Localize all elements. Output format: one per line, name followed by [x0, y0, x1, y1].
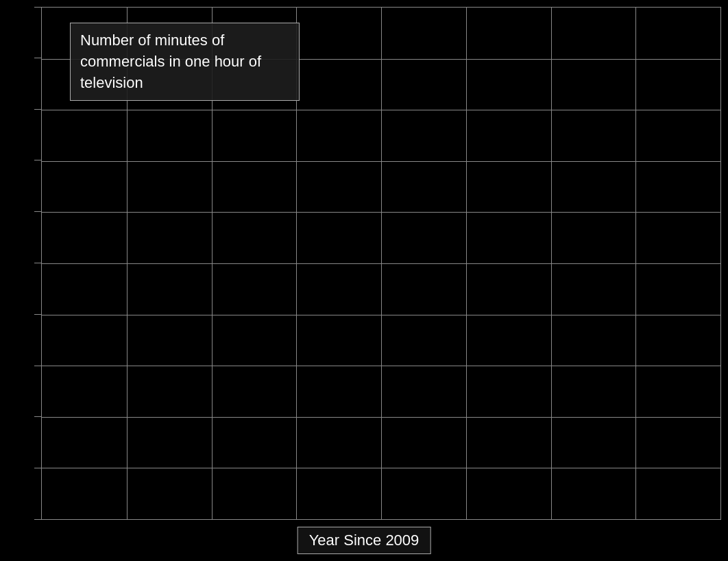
chart-container: Number of minutes of commercials in one …: [0, 0, 728, 561]
y-tick: [34, 366, 41, 366]
y-tick: [34, 7, 41, 8]
chart-title-text: Number of minutes of commercials in one …: [80, 32, 261, 91]
y-tick: [34, 519, 41, 520]
v-grid-line: [381, 8, 382, 519]
y-tick: [34, 211, 41, 212]
chart-title-tooltip: Number of minutes of commercials in one …: [70, 23, 300, 101]
y-tick: [34, 416, 41, 417]
x-axis-label-text: Year Since 2009: [309, 532, 420, 549]
v-grid-line: [635, 8, 636, 519]
y-tick: [34, 263, 41, 263]
x-axis-label: Year Since 2009: [298, 527, 431, 554]
v-grid-line: [551, 8, 552, 519]
y-tick: [34, 314, 41, 315]
y-axis: [0, 7, 41, 520]
y-tick: [34, 109, 41, 110]
v-grid-line: [466, 8, 467, 519]
y-tick: [34, 468, 41, 468]
y-tick: [34, 160, 41, 160]
y-tick: [34, 58, 41, 58]
